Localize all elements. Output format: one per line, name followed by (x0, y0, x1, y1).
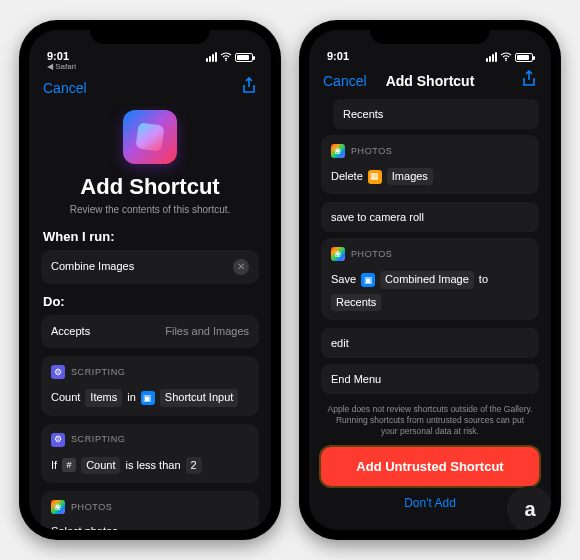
status-time: 9:01 (327, 50, 349, 62)
tok-in: in (127, 390, 136, 405)
menu-item-save-camera-roll[interactable]: save to camera roll (321, 202, 539, 232)
shortcut-input-icon: ▣ (141, 391, 155, 405)
corner-badge: a (507, 486, 551, 530)
scripting-header: SCRIPTING (71, 366, 125, 379)
tok-if: If (51, 458, 57, 473)
screen-right: 9:01 Cancel Add Shortcut Recents ❀ PHOTO… (309, 30, 551, 530)
phone-left: 9:01 ◀ Safari Cancel Add Shortcut Review… (19, 20, 281, 540)
cellular-icon (486, 52, 497, 62)
scripting-icon: ⚙ (51, 433, 65, 447)
action-delete-images[interactable]: ❀ PHOTOS Delete ▦ Images (321, 135, 539, 194)
tok-shortcut-input: Shortcut Input (160, 389, 239, 406)
page-title: Add Shortcut (41, 174, 259, 200)
action-save-combined[interactable]: ❀ PHOTOS Save ▣ Combined Image to Recent… (321, 238, 539, 320)
photos-icon: ❀ (331, 144, 345, 158)
action-if[interactable]: ⚙ SCRIPTING If # Count is less than 2 (41, 424, 259, 483)
tok-delete: Delete (331, 169, 363, 184)
svg-point-0 (225, 60, 227, 62)
notch (90, 20, 210, 44)
tok-images: Images (387, 168, 433, 185)
cancel-button[interactable]: Cancel (323, 73, 373, 89)
phone-right: 9:01 Cancel Add Shortcut Recents ❀ PHOTO… (299, 20, 561, 540)
shortcut-name-field[interactable]: Combine Images ✕ (41, 250, 259, 284)
battery-icon (235, 53, 253, 62)
menu-item-recents[interactable]: Recents (333, 99, 539, 129)
accepts-row[interactable]: Accepts Files and Images (41, 315, 259, 348)
shortcuts-app-icon (123, 110, 177, 164)
tok-combined: Combined Image (380, 271, 474, 288)
when-i-run-label: When I run: (43, 229, 259, 244)
scripting-icon: ⚙ (51, 365, 65, 379)
tok-two: 2 (186, 457, 202, 474)
photos-header: PHOTOS (351, 248, 392, 261)
accepts-value: Files and Images (165, 324, 249, 339)
shortcut-name-value: Combine Images (51, 259, 134, 274)
action-end-menu[interactable]: End Menu (321, 364, 539, 394)
back-to-safari[interactable]: ◀ Safari (29, 62, 271, 71)
combined-image-icon: ▣ (361, 273, 375, 287)
photos-icon: ❀ (51, 500, 65, 514)
cancel-button[interactable]: Cancel (43, 80, 93, 96)
content-left: Add Shortcut Review the contents of this… (29, 106, 271, 530)
share-icon[interactable] (241, 82, 257, 98)
tok-recents: Recents (331, 294, 381, 311)
screen-left: 9:01 ◀ Safari Cancel Add Shortcut Review… (29, 30, 271, 530)
tok-lessthan: is less than (125, 458, 180, 473)
nav-bar: Cancel (29, 71, 271, 106)
count-var-icon: # (62, 458, 76, 472)
action-select-photos[interactable]: ❀ PHOTOS Select photos (41, 491, 259, 530)
photos-header: PHOTOS (351, 145, 392, 158)
tok-select-photos: Select photos (51, 524, 118, 530)
tok-save: Save (331, 272, 356, 287)
nav-bar: Cancel Add Shortcut (309, 64, 551, 99)
clear-icon[interactable]: ✕ (233, 259, 249, 275)
tok-count-var: Count (81, 457, 120, 474)
accepts-label: Accepts (51, 324, 90, 339)
tok-to: to (479, 272, 488, 287)
action-count-items[interactable]: ⚙ SCRIPTING Count Items in ▣ Shortcut In… (41, 356, 259, 415)
add-untrusted-button[interactable]: Add Untrusted Shortcut (321, 447, 539, 486)
svg-point-1 (505, 60, 507, 62)
photos-header: PHOTOS (71, 501, 112, 514)
nav-title: Add Shortcut (386, 73, 475, 89)
tok-count: Count (51, 390, 80, 405)
menu-item-edit[interactable]: edit (321, 328, 539, 358)
share-icon[interactable] (521, 75, 537, 91)
wifi-icon (500, 52, 512, 62)
page-subtitle: Review the contents of this shortcut. (41, 204, 259, 215)
images-var-icon: ▦ (368, 170, 382, 184)
content-right: Recents ❀ PHOTOS Delete ▦ Images save to… (309, 99, 551, 530)
cellular-icon (206, 52, 217, 62)
scripting-header: SCRIPTING (71, 433, 125, 446)
tok-items: Items (85, 389, 122, 406)
wifi-icon (220, 52, 232, 62)
do-label: Do: (43, 294, 259, 309)
untrusted-warning: Apple does not review shortcuts outside … (327, 404, 533, 437)
notch (370, 20, 490, 44)
photos-icon: ❀ (331, 247, 345, 261)
status-time: 9:01 (47, 50, 69, 62)
battery-icon (515, 53, 533, 62)
